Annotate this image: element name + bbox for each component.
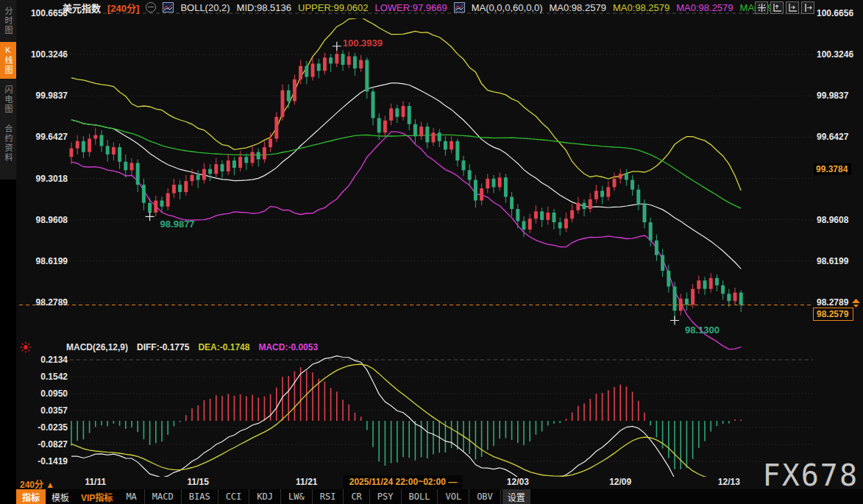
main-right-axis-label: 99.9837 — [817, 90, 862, 102]
price-annotation: 98.9877 — [160, 219, 195, 230]
x-axis-tick: 11/21 — [296, 477, 317, 487]
alert-blinker-icon[interactable] — [20, 341, 32, 353]
main-y-axis-label: 99.6427 — [18, 132, 68, 143]
main-y-axis-label: 99.9837 — [18, 90, 68, 102]
macd-y-axis-label: -0.0235 — [18, 422, 68, 433]
price-annotation: 98.1300 — [685, 324, 720, 336]
price-up-arrow-icon — [852, 297, 860, 306]
main-y-axis-label: 99.3018 — [18, 174, 68, 185]
x-axis-tick: 12/13 — [718, 477, 740, 487]
main-right-axis-label: 99.6427 — [817, 132, 862, 143]
price-annotation: 100.3939 — [343, 38, 383, 49]
indicator-value: MID:98.5136 — [237, 2, 291, 13]
indicator-value: MA0:98.2579 — [550, 2, 606, 13]
collapse-icon[interactable] — [146, 2, 156, 13]
indicator-values: BOLL(20,2)MID:98.5136UPPER:99.0602LOWER:… — [163, 2, 773, 13]
x-axis-tick: 12/03 — [507, 477, 529, 487]
main-right-axis-label: 100.6656 — [817, 8, 862, 19]
x-axis-tick: 12/09 — [609, 477, 631, 487]
macd-y-axis-label: 0.1542 — [18, 372, 68, 383]
chart-header: 美元指数 [240分] BOLL(20,2)MID:98.5136UPPER:9… — [63, 0, 760, 15]
main-y-axis-label: 98.6199 — [18, 256, 68, 267]
indicator-value: MA0:98.2579 — [676, 2, 733, 13]
main-y-axis-label: 100.3246 — [18, 49, 68, 60]
pan-right-icon[interactable] — [801, 1, 814, 14]
zoom-horizontal-icon[interactable] — [786, 1, 799, 14]
main-right-axis-label: 98.6199 — [817, 256, 862, 267]
last-price-box: 98.2579 — [813, 308, 853, 321]
macd-y-axis-label: 0.0950 — [18, 388, 68, 400]
main-y-axis-label: 98.9608 — [18, 215, 68, 226]
window-tool-icons — [755, 1, 814, 14]
main-y-axis-label: 98.2789 — [18, 297, 68, 308]
main-right-axis-label: 98.9608 — [817, 215, 862, 226]
candlestick-chart-canvas[interactable] — [0, 0, 863, 504]
crosshair-icon[interactable] — [755, 1, 768, 14]
indicator-chart-icon[interactable] — [454, 2, 465, 13]
recent-high-price-marker: 99.3784 — [814, 163, 851, 175]
chart-window: 分时图K线图闪电图合约资料 美元指数 [240分] BOLL(20,2)MID:… — [0, 0, 863, 504]
symbol-name: 美元指数 — [63, 1, 101, 15]
zoom-vertical-icon[interactable] — [770, 1, 784, 14]
indicator-value: MA0:98.2579 — [613, 2, 670, 13]
macd-y-axis-label: 0.0357 — [18, 405, 68, 416]
main-right-axis-label: 100.3246 — [817, 49, 862, 60]
indicator-value: LOWER:97.9669 — [374, 2, 447, 13]
macd-y-axis-label: -0.1419 — [18, 456, 68, 467]
period-label: [240分] — [107, 1, 139, 15]
fx678-watermark: FX678 — [763, 458, 859, 492]
x-axis-tick: 11/11 — [85, 477, 106, 487]
indicator-value: BOLL(20,2) — [180, 2, 230, 13]
macd-y-axis-label: -0.0827 — [18, 439, 68, 450]
indicator-chart-icon[interactable] — [163, 2, 174, 13]
x-axis-tick: 11/15 — [188, 477, 209, 487]
indicator-value: UPPER:99.0602 — [298, 2, 368, 13]
macd-y-axis-label: 0.2134 — [18, 355, 68, 366]
indicator-value: MA(0,0,0,60,0,0) — [472, 2, 543, 13]
main-y-axis-label: 100.6656 — [18, 8, 68, 19]
